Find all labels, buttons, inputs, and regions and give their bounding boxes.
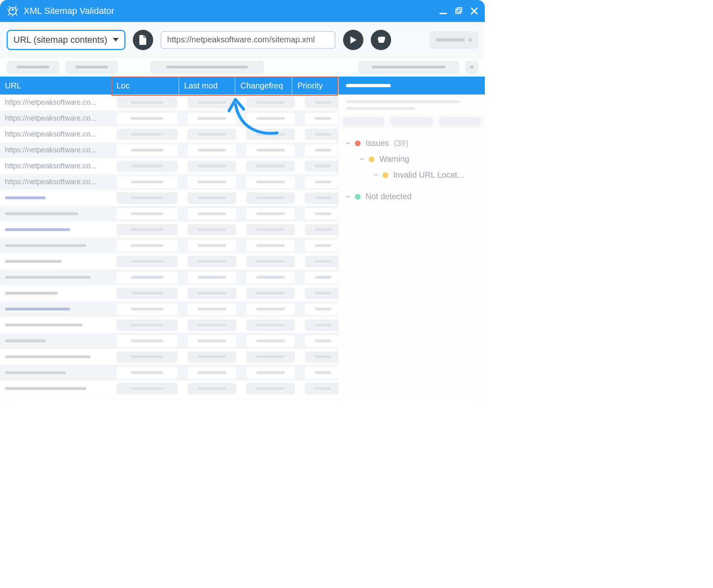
cell-url bbox=[0, 324, 112, 326]
filter-chip[interactable] bbox=[358, 61, 460, 74]
table-row[interactable]: https://netpeaksoftware.co... bbox=[0, 158, 338, 174]
table-row[interactable] bbox=[0, 333, 338, 349]
cell-priority bbox=[300, 224, 338, 236]
cell-url bbox=[0, 308, 112, 311]
tree-item-warning[interactable]: Warning bbox=[346, 151, 478, 167]
tree-item-not-detected[interactable]: Not detected bbox=[346, 189, 478, 205]
table-row[interactable]: https://netpeaksoftware.co... bbox=[0, 110, 338, 126]
titlebar: XML Sitemap Validator bbox=[0, 0, 485, 22]
side-tab[interactable] bbox=[343, 117, 384, 126]
table-row[interactable] bbox=[0, 285, 338, 301]
cell-lastmod bbox=[183, 129, 241, 140]
cell-loc bbox=[112, 208, 183, 220]
table-row[interactable] bbox=[0, 301, 338, 317]
cell-priority bbox=[300, 351, 338, 363]
cell-lastmod bbox=[183, 367, 241, 379]
cell-url bbox=[0, 228, 112, 231]
table-header: URL Loc Last mod Changefreq Priority bbox=[0, 77, 338, 95]
cell-lastmod bbox=[183, 351, 241, 363]
cell-changefreq bbox=[241, 351, 300, 363]
tree-item-issues[interactable]: Issues (39) bbox=[346, 135, 478, 151]
cell-lastmod bbox=[183, 97, 241, 108]
cell-lastmod bbox=[183, 240, 241, 251]
table-row[interactable] bbox=[0, 365, 338, 381]
cell-url: https://netpeaksoftware.co... bbox=[0, 114, 112, 123]
cell-lastmod bbox=[183, 256, 241, 267]
cell-loc bbox=[112, 176, 183, 188]
clear-button[interactable] bbox=[371, 30, 391, 50]
mode-dropdown[interactable]: URL (sitemap contents) bbox=[7, 30, 125, 50]
cell-loc bbox=[112, 304, 183, 315]
side-panel: Issues (39) Warning Invalid URL Locat... bbox=[338, 77, 485, 399]
cell-changefreq bbox=[241, 256, 300, 267]
window-controls bbox=[439, 7, 478, 15]
table-row[interactable] bbox=[0, 206, 338, 222]
table-row[interactable]: https://netpeaksoftware.co... bbox=[0, 126, 338, 142]
tree-label: Warning bbox=[379, 154, 409, 164]
table-row[interactable] bbox=[0, 190, 338, 206]
cell-loc bbox=[112, 145, 183, 156]
tree-item-invalid-url[interactable]: Invalid URL Locat... bbox=[346, 167, 478, 183]
cell-lastmod bbox=[183, 113, 241, 124]
cell-url bbox=[0, 355, 112, 358]
table-row[interactable] bbox=[0, 269, 338, 285]
svg-rect-3 bbox=[456, 9, 460, 13]
main-content: URL Loc Last mod Changefreq Priority htt… bbox=[0, 77, 485, 399]
cell-url bbox=[0, 292, 112, 295]
cell-url bbox=[0, 339, 112, 342]
cell-url: https://netpeaksoftware.co... bbox=[0, 178, 112, 186]
cell-url: https://netpeaksoftware.co... bbox=[0, 146, 112, 154]
cell-loc bbox=[112, 113, 183, 124]
play-button[interactable] bbox=[343, 30, 363, 50]
cell-lastmod bbox=[183, 272, 241, 283]
toolbar: URL (sitemap contents) https://netpeakso… bbox=[0, 22, 485, 58]
cell-lastmod bbox=[183, 161, 241, 172]
cell-lastmod bbox=[183, 224, 241, 236]
cell-changefreq bbox=[241, 145, 300, 156]
side-tab[interactable] bbox=[391, 117, 432, 126]
cell-priority bbox=[300, 145, 338, 156]
table-row[interactable] bbox=[0, 317, 338, 333]
cell-changefreq bbox=[241, 367, 300, 379]
cell-changefreq bbox=[241, 272, 300, 283]
filter-chip[interactable] bbox=[465, 61, 478, 74]
maximize-button[interactable] bbox=[455, 7, 463, 15]
side-tab[interactable] bbox=[439, 117, 481, 126]
toolbar-extra-button[interactable] bbox=[429, 31, 478, 49]
table-row[interactable] bbox=[0, 222, 338, 238]
cell-url bbox=[0, 371, 112, 374]
column-lastmod[interactable]: Last mod bbox=[179, 77, 235, 95]
url-input-value: https://netpeaksoftware.com/sitemap.xml bbox=[167, 35, 315, 44]
cell-lastmod bbox=[183, 145, 241, 156]
cell-loc bbox=[112, 161, 183, 172]
side-panel-summary bbox=[339, 95, 485, 114]
minimize-button[interactable] bbox=[439, 7, 447, 15]
cell-changefreq bbox=[241, 383, 300, 394]
app-logo-icon bbox=[7, 5, 19, 17]
cell-changefreq bbox=[241, 97, 300, 108]
table-row[interactable] bbox=[0, 381, 338, 396]
collapse-icon bbox=[374, 174, 378, 176]
file-button[interactable] bbox=[133, 30, 153, 50]
column-priority[interactable]: Priority bbox=[293, 77, 335, 95]
table-row[interactable]: https://netpeaksoftware.co... bbox=[0, 95, 338, 110]
table-row[interactable] bbox=[0, 349, 338, 365]
filter-chip[interactable] bbox=[65, 61, 118, 74]
chevron-down-icon bbox=[113, 38, 119, 42]
close-button[interactable] bbox=[470, 7, 478, 15]
table-row[interactable] bbox=[0, 253, 338, 269]
tree-count: (39) bbox=[394, 139, 409, 148]
cell-lastmod bbox=[183, 383, 241, 394]
table-row[interactable]: https://netpeaksoftware.co... bbox=[0, 174, 338, 190]
table-row[interactable] bbox=[0, 238, 338, 253]
cell-changefreq bbox=[241, 240, 300, 251]
filter-chip[interactable] bbox=[7, 61, 59, 74]
filter-chip[interactable] bbox=[150, 61, 264, 74]
table-row[interactable]: https://netpeaksoftware.co... bbox=[0, 142, 338, 158]
cell-changefreq bbox=[241, 129, 300, 140]
url-input[interactable]: https://netpeaksoftware.com/sitemap.xml bbox=[161, 31, 336, 49]
issues-tree: Issues (39) Warning Invalid URL Locat... bbox=[339, 129, 485, 205]
column-url[interactable]: URL bbox=[0, 77, 112, 95]
column-changefreq[interactable]: Changefreq bbox=[235, 77, 293, 95]
column-loc[interactable]: Loc bbox=[112, 77, 179, 95]
